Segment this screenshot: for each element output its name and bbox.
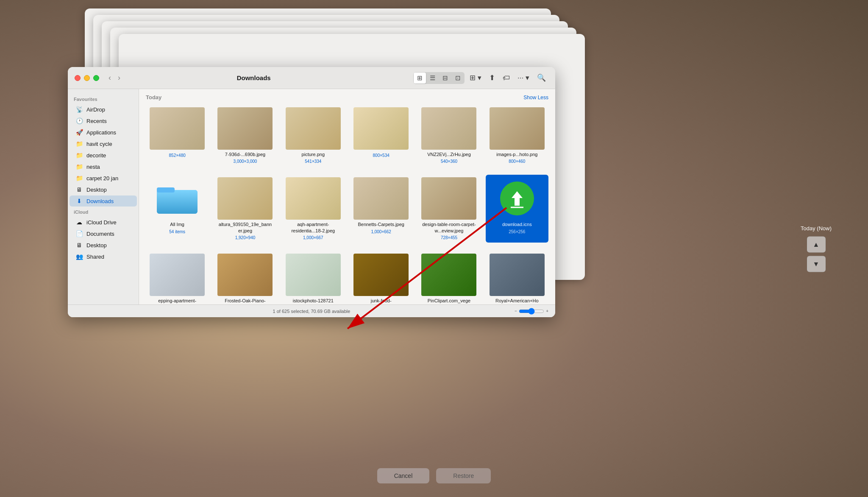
file-item[interactable]: Royal+American+Ho — [486, 251, 548, 304]
view-list-button[interactable]: ☰ — [426, 73, 439, 84]
sidebar-item-label: Shared — [86, 254, 104, 260]
status-text: 1 of 625 selected, 70.69 GB available — [273, 309, 351, 314]
minimize-button[interactable] — [84, 75, 90, 81]
file-item[interactable]: Bennetts-Carpets.jpeg 1,000×662 — [350, 175, 412, 243]
view-group: ⊞ ☰ ⊟ ⊡ — [413, 72, 465, 84]
file-meta: 800×534 — [373, 153, 389, 158]
sidebar-item-label: AirDrop — [86, 106, 105, 113]
file-name: 7-936d-...690b.jpeg — [225, 151, 265, 157]
file-item[interactable]: istockphoto-128721 — [282, 251, 345, 304]
sidebar-item-downloads[interactable]: ⬇ Downloads — [70, 195, 137, 207]
file-thumbnail — [286, 107, 341, 150]
file-name: istockphoto-128721 — [293, 298, 334, 304]
finder-window: ‹ › Downloads ⊞ ☰ ⊟ ⊡ ⊞ ▾ ⬆ 🏷 ··· ▾ 🔍 Fa… — [68, 67, 555, 317]
sidebar-item-icloud-desktop[interactable]: 🖥 Desktop — [70, 240, 137, 251]
file-name: epping-apartment- — [158, 298, 196, 304]
applications-icon: 🚀 — [75, 129, 83, 136]
file-item[interactable]: 7-936d-...690b.jpeg 3,000×3,000 — [214, 105, 276, 166]
sidebar-item-label: Applications — [86, 129, 116, 136]
file-item[interactable]: VNZ2EVj...ZrHu.jpeg 540×360 — [417, 105, 480, 166]
file-item[interactable]: 852×480 — [146, 105, 209, 166]
zoom-range-input[interactable] — [519, 308, 544, 315]
sidebar-item-nesta[interactable]: 📁 nesta — [70, 161, 137, 172]
file-name: images-p...hoto.png — [496, 151, 537, 157]
close-button[interactable] — [75, 75, 81, 81]
file-name: picture.png — [302, 151, 325, 157]
thumbnail-image — [217, 177, 273, 220]
file-item[interactable]: picture.png 541×334 — [282, 105, 345, 166]
main-content: Favourites 📡 AirDrop 🕐 Recents 🚀 Applica… — [68, 89, 555, 304]
file-item[interactable]: junk-food- — [350, 251, 412, 304]
title-bar: ‹ › Downloads ⊞ ☰ ⊟ ⊡ ⊞ ▾ ⬆ 🏷 ··· ▾ 🔍 — [68, 67, 555, 89]
view-columns-button[interactable]: ⊟ — [439, 73, 451, 84]
file-thumbnail — [217, 254, 273, 296]
more-button[interactable]: ··· ▾ — [515, 72, 532, 84]
time-machine-down-button[interactable]: ▼ — [807, 256, 826, 272]
bottom-buttons: Cancel Restore — [0, 455, 868, 497]
sidebar-item-recents[interactable]: 🕐 Recents — [70, 115, 137, 126]
time-machine-controls: Today (Now) ▲ ▼ — [801, 225, 832, 272]
tag-button[interactable]: 🏷 — [500, 72, 512, 84]
icloud-label: iCloud — [68, 207, 139, 216]
share-button[interactable]: ⬆ — [487, 72, 498, 84]
icloud-icon: ☁ — [75, 219, 83, 226]
sidebar-item-icloud-drive[interactable]: ☁ iCloud Drive — [70, 217, 137, 228]
file-thumbnail — [217, 177, 273, 220]
file-thumbnail — [150, 254, 205, 296]
show-less-button[interactable]: Show Less — [523, 95, 548, 101]
sidebar-item-applications[interactable]: 🚀 Applications — [70, 127, 137, 138]
file-thumbnail — [353, 177, 409, 220]
file-thumbnail — [490, 254, 545, 296]
file-item[interactable]: Frosted-Oak-Piano- — [214, 251, 276, 304]
sidebar-item-havit-cycle[interactable]: 📁 havit cycle — [70, 138, 137, 149]
file-thumbnail — [286, 177, 341, 220]
view-options-button[interactable]: ⊞ ▾ — [467, 72, 484, 84]
sidebar-item-airdrop[interactable]: 📡 AirDrop — [70, 104, 137, 115]
time-machine-up-button[interactable]: ▲ — [807, 237, 826, 253]
view-gallery-button[interactable]: ⊡ — [452, 73, 464, 84]
file-meta: 1,000×662 — [371, 229, 391, 234]
file-thumbnail — [490, 107, 545, 150]
file-name: Bennetts-Carpets.jpeg — [358, 221, 404, 227]
file-item[interactable]: 800×534 — [350, 105, 412, 166]
file-area: Today Show Less 852×480 — [139, 89, 555, 304]
file-meta: 852×480 — [169, 153, 186, 158]
view-grid-button[interactable]: ⊞ — [414, 73, 426, 84]
file-meta: 541×334 — [305, 159, 321, 164]
file-item[interactable]: aqh-apartment-residentia...18-2.jpeg 1,0… — [282, 175, 345, 243]
sidebar-item-shared[interactable]: 👥 Shared — [70, 251, 137, 262]
file-item[interactable]: images-p...hoto.png 800×460 — [486, 105, 548, 166]
restore-button[interactable]: Restore — [436, 468, 491, 483]
file-item[interactable]: epping-apartment- — [146, 251, 209, 304]
file-name: Royal+American+Ho — [495, 298, 539, 304]
downloads-icon: ⬇ — [75, 198, 83, 204]
thumbnail-image — [286, 107, 341, 150]
sidebar-item-carpet[interactable]: 📁 carpet 20 jan — [70, 173, 137, 184]
sidebar-item-label: nesta — [86, 164, 100, 170]
sidebar-item-label: iCloud Drive — [86, 219, 117, 226]
cancel-button[interactable]: Cancel — [377, 468, 430, 483]
zoom-slider[interactable]: − + — [515, 308, 548, 315]
download-icon — [500, 181, 534, 215]
file-thumbnail — [353, 107, 409, 150]
file-item[interactable]: altura_939150_19e_banner.jpeg 1,920×940 — [214, 175, 276, 243]
sidebar-item-label: carpet 20 jan — [86, 175, 118, 181]
sidebar-item-documents[interactable]: 📄 Documents — [70, 228, 137, 239]
sidebar-item-label: Desktop — [86, 187, 107, 193]
file-item[interactable]: PinClipart.com_vege — [417, 251, 480, 304]
sidebar-item-label: Desktop — [86, 242, 107, 248]
shared-icon: 👥 — [75, 253, 83, 260]
thumbnail-image — [353, 177, 409, 220]
thumbnail-image — [421, 107, 476, 150]
file-thumbnail — [421, 177, 476, 220]
folder-icon: 📁 — [75, 152, 83, 159]
file-item-folder[interactable]: All Img 54 items — [146, 175, 209, 243]
zoom-plus-icon: + — [546, 309, 548, 313]
thumbnail-image — [490, 107, 545, 150]
sidebar-item-decorite[interactable]: 📁 decorite — [70, 150, 137, 161]
search-button[interactable]: 🔍 — [534, 72, 548, 84]
sidebar-item-desktop[interactable]: 🖥 Desktop — [70, 184, 137, 195]
file-item[interactable]: design-table-room-carpet-w...eview.jpeg … — [417, 175, 480, 243]
file-name: altura_939150_19e_banner.jpeg — [217, 221, 273, 234]
file-item-download-icns[interactable]: download.icns 256×256 — [486, 175, 548, 243]
